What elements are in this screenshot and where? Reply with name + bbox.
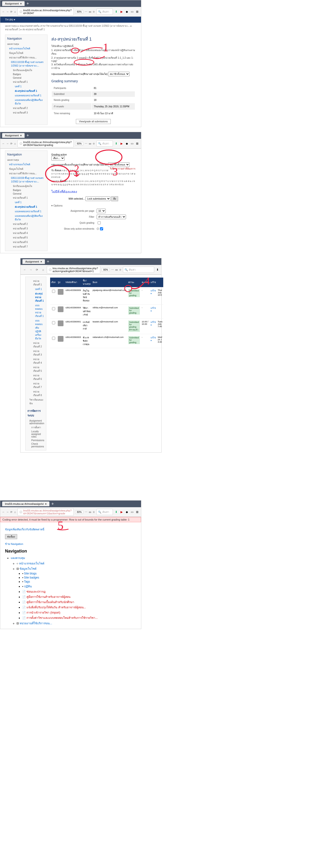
add-tab-icon[interactable]: +: [27, 133, 29, 138]
annotation-number: 2: [74, 163, 79, 175]
search-bar[interactable]: 🔍ค้นหา: [96, 141, 113, 147]
filter-select[interactable]: ทำการส่งเสริมรอบแล้ว: [97, 215, 126, 219]
error-message: Coding error detected, it must be fixed …: [0, 517, 141, 522]
home-icon[interactable]: ⌂: [41, 267, 46, 272]
edit-link[interactable]: แก้ไข ▾: [151, 307, 156, 312]
tab-bar: lms59.rmutsv.ac.th/mod/assign/vi× +: [0, 500, 141, 507]
annotation-scribble: [94, 149, 123, 165]
add-tab-icon[interactable]: +: [51, 501, 54, 506]
url-bar[interactable]: ⓘlms59.rmutsv.ac.th/mod/assign/view.php?…: [18, 140, 74, 147]
view-grade-link[interactable]: View/grade all submissions: [76, 119, 111, 124]
url-bar[interactable]: ⓘ lms59.rmutsv.ac.th/mod/assign/view.php…: [18, 8, 74, 16]
forward-icon[interactable]: →: [29, 267, 33, 272]
add-tab-icon[interactable]: +: [27, 1, 29, 6]
home-icon[interactable]: ⌂: [14, 141, 16, 146]
annotation-underline: [57, 529, 69, 531]
menu-icon[interactable]: ⋯: [85, 142, 87, 145]
zoom-level[interactable]: 80%: [75, 10, 83, 13]
grading-summary-title: Grading summary: [51, 79, 135, 83]
nav-course[interactable]: 0351110159 พื้นฐานช่างเกษตร 1/2562 (อาจา…: [7, 60, 46, 68]
forward-icon[interactable]: →: [6, 509, 9, 514]
close-icon[interactable]: ×: [20, 2, 22, 5]
quick-grading-checkbox[interactable]: [98, 221, 101, 224]
row-checkbox[interactable]: [52, 307, 55, 310]
avatar-icon: [58, 306, 63, 312]
nav-title: Navigation: [7, 37, 46, 40]
search-icon: 🔍: [98, 10, 101, 13]
table-row: s361403360001เจ ตันธ์ เทียว กาลีteastet.…: [50, 318, 163, 334]
forward-icon[interactable]: →: [6, 141, 9, 146]
annotation-circle: [71, 48, 80, 54]
reload-icon[interactable]: ⟳: [10, 509, 12, 514]
annotation-number: 3: [112, 165, 118, 178]
edit-link[interactable]: แก้ไข ▾: [151, 321, 156, 326]
tab-title: Assignment: [5, 2, 19, 5]
back-icon[interactable]: ←: [2, 141, 5, 146]
close-icon[interactable]: ×: [45, 502, 47, 505]
table-row: s361403360004วิศิลา นที พิทยะรักษ์vithit…: [50, 305, 163, 318]
skip-nav-link[interactable]: ข้าม Navigation: [5, 542, 23, 545]
star-icon[interactable]: ☆: [93, 10, 95, 13]
back-icon[interactable]: ←: [2, 509, 5, 514]
avatar-icon: [58, 320, 63, 326]
annotation-number: 4: [145, 275, 150, 287]
close-icon[interactable]: ×: [20, 134, 22, 137]
menu-icon[interactable]: ⋯: [85, 10, 87, 13]
edit-link[interactable]: แก้ไข ▾: [151, 289, 156, 295]
url-text: lms59.rmutsv.ac.th/mod/assign/view.php?i…: [23, 9, 71, 14]
search-bar[interactable]: 🔍 ค้นหา: [96, 8, 113, 15]
more-info-link[interactable]: ข้อมูลเพิ่มเติมเกี่ยวกับข้อผิดพลาดนี้: [5, 528, 45, 531]
row-checkbox[interactable]: [52, 290, 55, 293]
nav-link[interactable]: หน้าแรกของเว็บไซต์: [7, 46, 46, 51]
info-icon: ⓘ: [20, 10, 22, 13]
nav-link[interactable]: ข้อมูลเว็บไซต์: [7, 51, 46, 55]
browser-tab[interactable]: Assignment ×: [2, 1, 25, 6]
close-icon[interactable]: ×: [40, 260, 42, 263]
navigation-sidebar: Navigation แผงควบคุม หน้าแรกของเว็บไซต์ …: [5, 151, 48, 251]
navigation-sidebar: หน่วยเรียนที่ 1 บทที่ 1 ส่ง-สรุปหน่วยเรี…: [25, 277, 46, 451]
grading-summary-table: Participants81 Submitted39 Needs grading…: [51, 85, 135, 117]
browser-tab[interactable]: Assignment×: [23, 259, 45, 264]
back-icon[interactable]: ←: [2, 9, 5, 14]
avatar-icon: [58, 336, 63, 342]
url-bar[interactable]: ⓘlms59.rmutsv.ac.th/mod/assign/view.php?…: [18, 508, 74, 516]
ext3-icon[interactable]: ⊞: [135, 10, 139, 13]
nav-toolbar: ← → ⟳ ⌂ ⓘ lms59.rmutsv.ac.th/mod/assign/…: [0, 7, 141, 17]
forward-icon[interactable]: →: [6, 9, 9, 14]
ext-icon[interactable]: ◆: [125, 10, 129, 13]
continue-button[interactable]: ต่อเนื่อง: [5, 534, 17, 539]
browser-tab[interactable]: lms59.rmutsv.ac.th/mod/assign/vi×: [2, 501, 50, 506]
reload-icon[interactable]: ⟳: [10, 141, 12, 146]
group-filter[interactable]: สมาชิกทั้งหมด: [108, 72, 129, 76]
nav-link[interactable]: หน่วยงานที่ใช้บริการขณ...: [7, 55, 46, 60]
per-page-select[interactable]: 10: [97, 209, 106, 213]
grading-action-select[interactable]: เลือก...: [51, 156, 65, 160]
home-icon[interactable]: ⌂: [14, 9, 16, 14]
search-icon: 🔍: [98, 142, 101, 145]
download-icon[interactable]: ⬇: [114, 10, 118, 13]
active-enrol-checkbox[interactable]: [100, 227, 103, 230]
reload-icon[interactable]: ⟳: [10, 9, 12, 14]
reload-icon[interactable]: ⟳: [35, 267, 39, 272]
back-icon[interactable]: ←: [23, 267, 27, 272]
home-icon[interactable]: ⌂: [14, 509, 16, 514]
browser-tab[interactable]: Assignment×: [2, 133, 25, 138]
yt-icon[interactable]: ▶: [120, 10, 123, 13]
avatar-icon: [58, 289, 63, 295]
url-bar[interactable]: ⓘlms.rmutsv.ac.th/mod/assign/view.php?ac…: [47, 266, 100, 274]
svg-point-0: [46, 165, 69, 182]
ext2-icon[interactable]: ▭: [130, 10, 134, 13]
table-row: s361403360003ชีวะกร ชิเพ้ก เวกคุณrattana…: [50, 334, 163, 348]
search-placeholder: ค้นหา: [102, 9, 109, 14]
bulk-action-select[interactable]: Lock submissions: [85, 196, 111, 201]
go-button[interactable]: ดึง: [111, 196, 118, 201]
add-tab-icon[interactable]: +: [47, 259, 50, 264]
nav-heading: Navigation: [5, 549, 136, 554]
tab-bar: Assignment × +: [0, 0, 141, 7]
edit-link[interactable]: แก้ไข ▾: [151, 337, 156, 342]
annotation-number: 1: [103, 41, 109, 54]
row-checkbox[interactable]: [52, 337, 55, 340]
moodle-header: TH (th) ▾: [0, 17, 141, 23]
reader-icon[interactable]: ▭: [89, 10, 91, 13]
row-checkbox[interactable]: [52, 321, 55, 324]
